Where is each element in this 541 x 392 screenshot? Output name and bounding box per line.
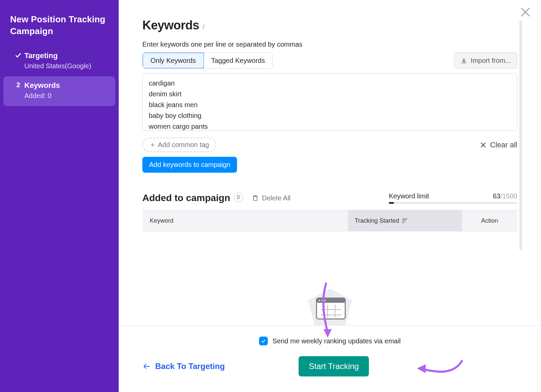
sidebar-step-keywords[interactable]: 2 Keywords Added: 0 xyxy=(3,76,115,106)
sidebar-step-targeting[interactable]: Targeting United States(Google) xyxy=(3,47,115,76)
import-button[interactable]: Import from... xyxy=(454,52,517,69)
trash-icon xyxy=(252,194,259,202)
added-section: Added to campaign 0 Delete All Keyword l… xyxy=(142,192,517,231)
close-icon xyxy=(480,142,487,148)
delete-all-button[interactable]: Delete All xyxy=(252,194,291,202)
limit-label: Keyword limit xyxy=(389,192,429,200)
svg-rect-6 xyxy=(254,196,257,201)
page-title: Keywords xyxy=(142,18,199,32)
table-header: Keyword Tracking Started Action xyxy=(142,210,517,231)
added-count: 0 xyxy=(234,193,243,202)
sidebar-title: New Position Tracking Campaign xyxy=(0,14,119,47)
plus-icon xyxy=(150,142,155,148)
svg-rect-7 xyxy=(402,219,407,219)
info-icon[interactable]: i xyxy=(203,22,205,31)
delete-all-label: Delete All xyxy=(262,194,291,202)
tab-tagged-keywords[interactable]: Tagged Keywords xyxy=(204,53,273,68)
back-to-targeting-link[interactable]: Back To Targeting xyxy=(142,362,225,371)
add-common-tag-button[interactable]: Add common tag xyxy=(142,138,216,152)
add-keywords-button[interactable]: Add keywords to campaign xyxy=(142,157,237,173)
col-tracking-started[interactable]: Tracking Started xyxy=(348,210,462,231)
keyword-mode-toggle: Only Keywords Tagged Keywords xyxy=(142,52,273,69)
close-button[interactable] xyxy=(519,6,532,20)
empty-illustration xyxy=(305,289,355,329)
svg-rect-8 xyxy=(402,220,406,221)
added-title: Added to campaign xyxy=(142,193,230,203)
wizard-sidebar: New Position Tracking Campaign Targeting… xyxy=(0,0,119,392)
import-label: Import from... xyxy=(471,57,511,65)
svg-rect-12 xyxy=(316,298,345,303)
svg-rect-9 xyxy=(402,222,404,223)
step-sub: United States(Google) xyxy=(24,61,111,71)
add-tag-label: Add common tag xyxy=(158,141,209,149)
step-label: Keywords xyxy=(24,81,111,90)
step-sub: Added: 0 xyxy=(24,91,111,101)
keywords-hint: Enter keywords one per line or separated… xyxy=(142,41,517,48)
scrollbar[interactable] xyxy=(519,20,522,250)
weekly-email-checkbox[interactable] xyxy=(259,337,268,345)
clear-all-button[interactable]: Clear all xyxy=(480,141,517,149)
col-action: Action xyxy=(462,217,517,224)
download-icon xyxy=(461,57,467,64)
back-label: Back To Targeting xyxy=(155,362,225,371)
svg-point-14 xyxy=(322,300,323,301)
weekly-email-label: Send me weekly ranking updates via email xyxy=(273,337,401,345)
keyword-limit: Keyword limit 63/1500 xyxy=(389,192,517,204)
svg-point-13 xyxy=(319,300,320,301)
svg-point-15 xyxy=(324,300,326,301)
sort-icon xyxy=(402,218,408,223)
step-label: Targeting xyxy=(24,51,111,60)
check-icon xyxy=(12,51,24,59)
limit-total: /1500 xyxy=(500,192,517,200)
check-icon xyxy=(261,338,266,344)
step-index: 2 xyxy=(12,81,24,89)
arrow-left-icon xyxy=(142,363,151,370)
limit-progress-bar xyxy=(389,202,517,204)
clear-all-label: Clear all xyxy=(490,141,517,149)
footer: Send me weekly ranking updates via email… xyxy=(119,325,541,392)
main-panel: Keywords i Enter keywords one per line o… xyxy=(119,0,541,392)
keywords-textarea[interactable] xyxy=(142,73,517,131)
start-tracking-button[interactable]: Start Tracking xyxy=(299,356,369,376)
limit-used: 63 xyxy=(493,192,500,200)
tab-only-keywords[interactable]: Only Keywords xyxy=(142,52,204,69)
col-keyword[interactable]: Keyword xyxy=(142,217,348,224)
